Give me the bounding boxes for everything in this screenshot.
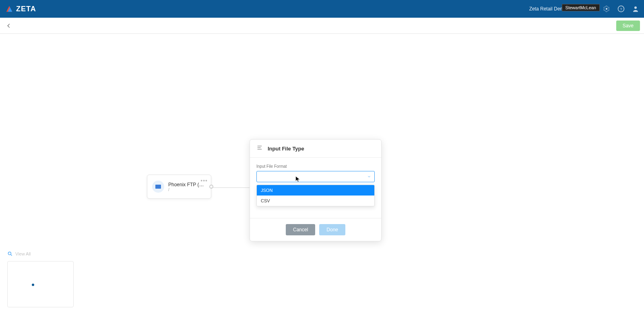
list-icon (256, 144, 263, 152)
svg-point-2 (606, 8, 608, 10)
dropdown-option-csv[interactable]: CSV (257, 196, 374, 206)
presenter-tag: StewartMcLean (562, 4, 600, 11)
workflow-node[interactable]: ••• Phoenix FTP (BM... / (147, 175, 211, 199)
input-file-type-modal: Input File Type Input File Format JSON C… (250, 139, 382, 241)
logo[interactable]: ZETA (5, 4, 36, 13)
svg-point-10 (8, 252, 11, 255)
logo-icon (5, 4, 14, 13)
chevron-down-icon (367, 173, 371, 180)
user-icon[interactable] (632, 5, 639, 12)
brand-text: ZETA (16, 5, 36, 13)
minimap[interactable] (7, 261, 74, 307)
svg-point-5 (634, 6, 637, 9)
input-format-dropdown: JSON CSV (256, 185, 375, 206)
svg-text:?: ? (620, 7, 622, 11)
dropdown-option-json[interactable]: JSON (257, 185, 374, 196)
folder-icon (152, 181, 164, 193)
cancel-button[interactable]: Cancel (286, 224, 315, 235)
back-button[interactable] (4, 21, 14, 31)
help-icon[interactable]: ? (617, 5, 625, 12)
node-output-port[interactable] (209, 185, 213, 189)
app-header: ZETA Zeta Retail Demo ? (0, 0, 644, 18)
org-name[interactable]: Zeta Retail Demo (529, 6, 567, 12)
node-subtitle: / (168, 187, 206, 192)
sub-toolbar: Save (0, 18, 644, 34)
minimap-search-placeholder: View All (15, 251, 31, 256)
workflow-canvas[interactable]: ••• Phoenix FTP (BM... / Input File Type… (0, 34, 644, 317)
node-menu-icon[interactable]: ••• (200, 177, 208, 184)
settings-icon[interactable] (603, 5, 610, 12)
minimap-search[interactable]: View All (7, 251, 31, 257)
svg-line-11 (11, 255, 12, 256)
minimap-node-dot (32, 284, 34, 286)
save-button[interactable]: Save (616, 21, 640, 31)
node-connector (211, 187, 250, 188)
done-button[interactable]: Done (319, 224, 345, 235)
field-label: Input File Format (256, 164, 375, 169)
modal-title: Input File Type (268, 146, 304, 152)
input-format-select[interactable] (256, 171, 375, 182)
